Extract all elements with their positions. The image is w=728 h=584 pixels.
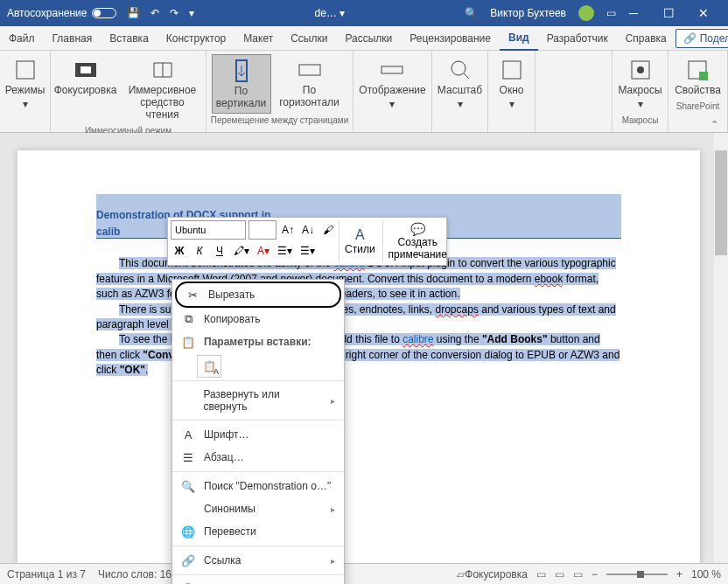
zoom-slider[interactable] — [606, 574, 668, 575]
svg-point-10 — [637, 66, 644, 73]
title-bar: Автосохранение 💾 ↶ ↷ ▾ de… ▾ 🔍 Виктор Бу… — [0, 0, 728, 26]
horizontal-icon — [298, 58, 322, 82]
ribbon-tabs: Файл Главная Вставка Конструктор Макет С… — [0, 26, 728, 51]
ctx-cut[interactable]: ✂ Вырезать — [175, 282, 341, 308]
chevron-right-icon: ▸ — [331, 504, 335, 514]
format-painter-button[interactable]: 🖌 — [319, 220, 337, 240]
tab-design[interactable]: Конструктор — [158, 26, 234, 51]
page[interactable]: Demonstration of DOCX support in calib T… — [18, 150, 700, 563]
paste-keep-text-button[interactable]: 📋 — [197, 355, 221, 378]
shrink-font-button[interactable]: A↓ — [299, 220, 317, 240]
ctx-smart-lookup[interactable]: 🔍 Поиск "Demonstration o…" — [172, 475, 344, 497]
underline-button[interactable]: Ч — [211, 241, 228, 261]
highlight-button[interactable]: 🖍▾ — [231, 241, 252, 261]
search-icon[interactable]: 🔍 — [465, 7, 478, 19]
book-icon — [150, 58, 175, 82]
user-name[interactable]: Виктор Бухтеев — [490, 7, 566, 19]
view-read-icon[interactable]: ▭ — [536, 568, 546, 581]
font-color-button[interactable]: A▾ — [255, 241, 272, 261]
tab-review[interactable]: Рецензирование — [401, 26, 500, 51]
macros-icon — [628, 58, 653, 82]
clipboard-icon: 📋 — [203, 360, 216, 372]
tab-developer[interactable]: Разработчик — [538, 26, 617, 51]
window-button[interactable]: Окно▾ — [490, 54, 534, 114]
display-button[interactable]: Отображение▾ — [354, 54, 430, 114]
tab-insert[interactable]: Вставка — [101, 26, 158, 51]
modes-icon — [13, 58, 38, 82]
modes-button[interactable]: Режимы▾ — [0, 54, 50, 114]
toggle-icon[interactable] — [92, 8, 116, 18]
context-menu: ✂ Вырезать ⧉ Копировать 📋 Параметры вста… — [172, 279, 345, 584]
font-family-combo[interactable] — [171, 220, 246, 240]
ctx-new-comment[interactable]: 💬 Создать примечание — [172, 578, 344, 584]
focus-mode-button[interactable]: ▱Фокусировка — [457, 568, 528, 581]
ctx-synonyms[interactable]: Синонимы ▸ — [172, 497, 344, 520]
chevron-right-icon: ▸ — [331, 396, 335, 406]
close-button[interactable]: ✕ — [686, 0, 721, 26]
tab-help[interactable]: Справка — [617, 26, 676, 51]
focus-icon — [74, 58, 98, 82]
zoom-out-button[interactable]: − — [592, 568, 598, 581]
ctx-paragraph[interactable]: ☰ Абзац… — [172, 446, 344, 469]
ctx-expand-collapse[interactable]: Развернуть или свернуть ▸ — [172, 384, 344, 417]
tab-home[interactable]: Главная — [44, 26, 102, 51]
tab-mailings[interactable]: Рассылки — [336, 26, 401, 51]
properties-icon — [685, 58, 710, 82]
tab-file[interactable]: Файл — [0, 26, 44, 51]
vertical-button[interactable]: По вертикали — [212, 54, 271, 114]
ctx-link[interactable]: 🔗 Ссылка ▸ — [172, 549, 344, 572]
grow-font-button[interactable]: A↑ — [279, 220, 297, 240]
avatar[interactable] — [578, 5, 594, 21]
zoom-level[interactable]: 100 % — [691, 568, 721, 581]
share-button[interactable]: 🔗 Поделиться — [676, 29, 728, 48]
new-comment-button[interactable]: 💬 Создать примечание — [382, 220, 452, 262]
properties-button[interactable]: Свойства — [669, 54, 726, 100]
save-icon[interactable]: 💾 — [127, 7, 140, 19]
macros-group-label: Макросы — [622, 114, 659, 127]
page-indicator[interactable]: Страница 1 из 7 — [7, 568, 86, 581]
tab-layout[interactable]: Макет — [234, 26, 282, 51]
tab-view[interactable]: Вид — [500, 26, 538, 51]
word-count[interactable]: Число слов: 1639 — [98, 568, 183, 581]
scrollbar-thumb[interactable] — [715, 150, 727, 255]
font-size-combo[interactable] — [248, 220, 276, 240]
zoom-button[interactable]: Масштаб▾ — [432, 54, 487, 114]
ribbon-options-icon[interactable]: ▭ — [606, 7, 616, 19]
window-icon — [500, 58, 524, 82]
macros-button[interactable]: Макросы▾ — [612, 54, 667, 114]
bullets-button[interactable]: ☰▾ — [275, 241, 295, 261]
minimize-button[interactable]: ─ — [616, 0, 651, 26]
link-icon: 🔗 — [181, 553, 195, 567]
ctx-font[interactable]: A Шрифт… — [172, 423, 344, 446]
horizontal-button[interactable]: По горизонтали — [271, 54, 348, 114]
tab-references[interactable]: Ссылки — [282, 26, 336, 51]
ruler-icon — [380, 58, 404, 82]
svg-rect-5 — [382, 66, 402, 73]
copy-icon: ⧉ — [181, 312, 195, 326]
numbering-button[interactable]: ☰▾ — [298, 241, 318, 261]
ctx-copy[interactable]: ⧉ Копировать — [172, 308, 344, 330]
undo-icon[interactable]: ↶ — [150, 7, 159, 19]
autosave-toggle[interactable]: Автосохранение — [7, 7, 116, 19]
ctx-translate[interactable]: 🌐 Перевести — [172, 520, 344, 543]
zoom-icon — [448, 58, 472, 82]
chevron-right-icon: ▸ — [331, 556, 335, 566]
paragraph-icon: ☰ — [181, 450, 195, 464]
focus-button[interactable]: Фокусировка — [52, 54, 120, 124]
italic-button[interactable]: К — [191, 241, 208, 261]
redo-icon[interactable]: ↷ — [170, 7, 178, 19]
sharepoint-group-label: SharePoint — [676, 100, 719, 113]
view-print-icon[interactable]: ▭ — [555, 568, 564, 581]
maximize-button[interactable]: ☐ — [651, 0, 686, 26]
view-web-icon[interactable]: ▭ — [573, 568, 583, 581]
immersive-reader-button[interactable]: Иммерсивное средство чтения — [120, 54, 206, 124]
font-icon: A — [181, 428, 195, 441]
document-name[interactable]: de… ▾ — [194, 7, 465, 19]
zoom-in-button[interactable]: + — [676, 568, 682, 581]
collapse-ribbon-icon[interactable]: ⌃ — [710, 119, 723, 131]
styles-button[interactable]: A Стили — [339, 220, 381, 262]
vertical-scrollbar[interactable] — [714, 133, 728, 563]
svg-rect-12 — [699, 72, 708, 80]
share-icon: 🔗 — [683, 32, 696, 45]
bold-button[interactable]: Ж — [171, 241, 188, 261]
